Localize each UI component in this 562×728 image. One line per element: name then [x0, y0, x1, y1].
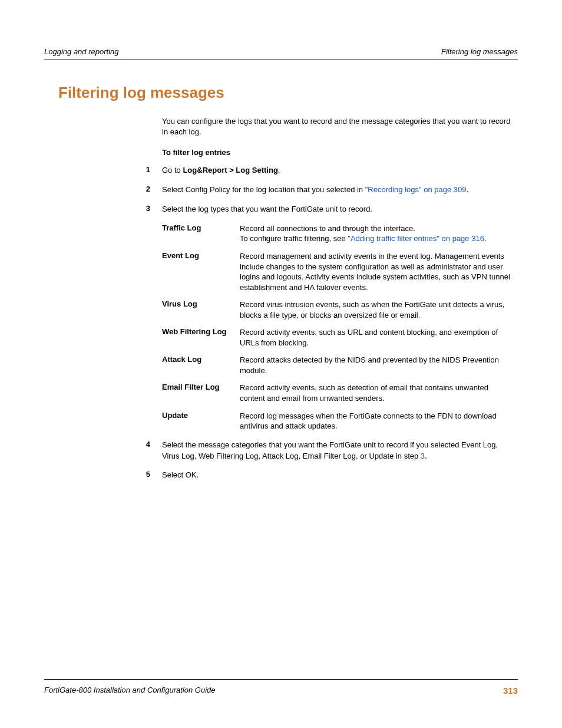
step-4: 4 Select the message categories that you… [162, 440, 515, 462]
page-number: 313 [503, 686, 518, 696]
footer-left: FortiGate-800 Installation and Configura… [44, 686, 216, 696]
log-row-attack: Attack Log Record attacks detected by th… [162, 355, 515, 375]
cross-ref-link[interactable]: "Adding traffic filter entries" on page … [348, 234, 484, 243]
log-label: Attack Log [162, 355, 240, 364]
log-row-update: Update Record log messages when the Fort… [162, 411, 515, 431]
log-label: Email Filter Log [162, 383, 240, 391]
log-label: Virus Log [162, 299, 240, 308]
step-number: 3 [138, 204, 162, 213]
text: . [484, 234, 487, 243]
text: . [425, 452, 427, 460]
page-header: Logging and reporting Filtering log mess… [44, 47, 518, 60]
step-number: 5 [138, 470, 162, 479]
log-description: Record attacks detected by the NIDS and … [240, 355, 515, 375]
log-description: Record management and activity events in… [240, 251, 515, 292]
log-label: Traffic Log [162, 223, 240, 232]
nav-path: Log&Report > Log Setting [183, 166, 277, 174]
step-number: 1 [138, 165, 162, 174]
log-description: Record virus intrusion events, such as w… [240, 299, 515, 320]
step-3: 3 Select the log types that you want the… [162, 204, 515, 215]
step-body: Go to Log&Report > Log Setting. [162, 165, 515, 176]
text: Go to [162, 166, 183, 174]
log-row-web: Web Filtering Log Record activity events… [162, 327, 515, 348]
step-body: Select the message categories that you w… [162, 440, 515, 462]
header-right: Filtering log messages [441, 47, 518, 56]
text: Record all connections to and through th… [240, 224, 415, 233]
log-description: Record log messages when the FortiGate c… [240, 411, 515, 431]
text: Select Config Policy for the log locatio… [162, 185, 365, 194]
intro-paragraph: You can configure the logs that you want… [162, 116, 515, 137]
log-description: Record activity events, such as detectio… [240, 383, 515, 403]
log-row-event: Event Log Record management and activity… [162, 251, 515, 292]
step-number: 2 [138, 185, 162, 193]
page-title: Filtering log messages [58, 84, 518, 102]
text: To configure traffic filtering, see [240, 234, 348, 243]
log-types-table: Traffic Log Record all connections to an… [162, 223, 515, 431]
step-5: 5 Select OK. [162, 470, 515, 481]
cross-ref-link[interactable]: 3 [421, 452, 425, 460]
content: You can configure the logs that you want… [162, 116, 515, 481]
cross-ref-link[interactable]: "Recording logs" on page 309 [365, 185, 467, 194]
step-body: Select the log types that you want the F… [162, 204, 515, 215]
log-row-traffic: Traffic Log Record all connections to an… [162, 223, 515, 244]
text: . [278, 166, 280, 174]
log-label: Update [162, 411, 240, 420]
log-label: Event Log [162, 251, 240, 260]
step-body: Select Config Policy for the log locatio… [162, 185, 515, 196]
log-description: Record activity events, such as URL and … [240, 327, 515, 348]
step-number: 4 [138, 440, 162, 449]
log-description: Record all connections to and through th… [240, 223, 515, 244]
log-row-virus: Virus Log Record virus intrusion events,… [162, 299, 515, 320]
log-label: Web Filtering Log [162, 327, 240, 336]
step-body: Select OK. [162, 470, 515, 481]
step-1: 1 Go to Log&Report > Log Setting. [162, 165, 515, 176]
text: Select the message categories that you w… [162, 440, 498, 460]
page-footer: FortiGate-800 Installation and Configura… [44, 679, 518, 696]
step-2: 2 Select Config Policy for the log locat… [162, 185, 515, 196]
log-row-email: Email Filter Log Record activity events,… [162, 383, 515, 403]
text: . [467, 185, 469, 194]
procedure-heading: To filter log entries [162, 148, 515, 157]
header-left: Logging and reporting [44, 47, 119, 56]
